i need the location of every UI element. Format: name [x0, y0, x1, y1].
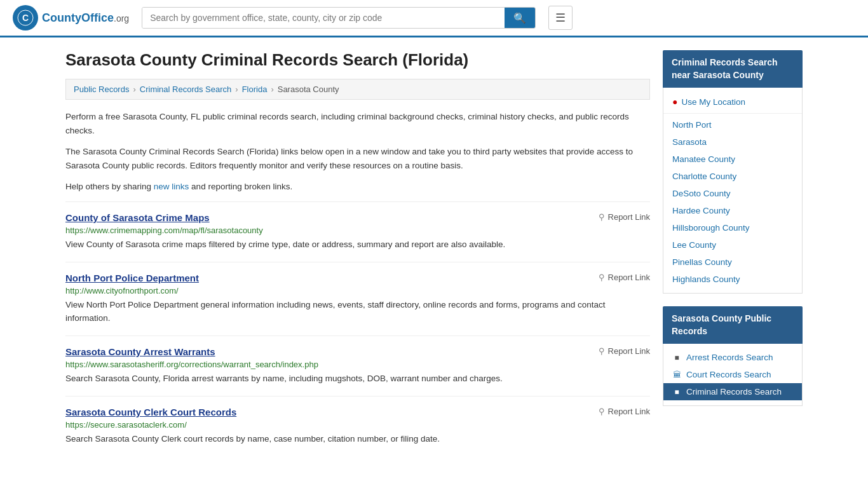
- sidebar-public-body: ■ Arrest Records Search 🏛 Court Records …: [663, 344, 803, 406]
- sidebar-item-court-records[interactable]: 🏛 Court Records Search: [663, 366, 802, 383]
- description-3-prefix: Help others by sharing: [65, 182, 154, 191]
- record-title-1[interactable]: North Port Police Department: [65, 273, 199, 283]
- sidebar-item-manatee-county[interactable]: Manatee County: [663, 151, 802, 168]
- report-link-label-0: Report Link: [608, 212, 650, 222]
- record-title-3[interactable]: Sarasota County Clerk Court Records: [65, 407, 236, 417]
- description-3: Help others by sharing new links and rep…: [65, 180, 650, 194]
- description-2: The Sarasota County Criminal Records Sea…: [65, 145, 650, 172]
- record-entry-2: Sarasota County Arrest Warrants ⚲ Report…: [65, 336, 650, 396]
- content-wrap: Sarasota County Criminal Records Search …: [53, 37, 815, 469]
- sidebar: Criminal Records Search near Sarasota Co…: [663, 50, 803, 456]
- logo[interactable]: C CountyOffice.org: [13, 5, 129, 30]
- record-entry-0: County of Sarasota Crime Maps ⚲ Report L…: [65, 201, 650, 262]
- svg-text:C: C: [22, 13, 29, 23]
- breadcrumb-sep-3: ›: [271, 85, 273, 94]
- breadcrumb-criminal-records-search[interactable]: Criminal Records Search: [140, 85, 232, 94]
- record-header-3: Sarasota County Clerk Court Records ⚲ Re…: [65, 407, 650, 417]
- main-content: Sarasota County Criminal Records Search …: [65, 50, 650, 456]
- sidebar-item-desoto-county[interactable]: DeSoto County: [663, 185, 802, 202]
- sidebar-item-hillsborough-county[interactable]: Hillsborough County: [663, 219, 802, 236]
- breadcrumb-public-records[interactable]: Public Records: [74, 85, 129, 94]
- record-entry-3: Sarasota County Clerk Court Records ⚲ Re…: [65, 396, 650, 456]
- breadcrumb-florida[interactable]: Florida: [242, 85, 268, 94]
- sidebar-public-header: Sarasota County Public Records: [663, 306, 803, 344]
- record-title-2[interactable]: Sarasota County Arrest Warrants: [65, 346, 215, 357]
- hamburger-menu-button[interactable]: ☰: [548, 6, 573, 30]
- report-link-label-3: Report Link: [608, 407, 650, 416]
- report-link-btn-0[interactable]: ⚲ Report Link: [599, 212, 650, 222]
- search-input[interactable]: [142, 8, 505, 28]
- record-url-0[interactable]: https://www.crimemapping.com/map/fl/sara…: [65, 226, 650, 235]
- court-records-label: Court Records Search: [686, 370, 771, 379]
- record-desc-2: Search Sarasota County, Florida arrest w…: [65, 372, 650, 386]
- report-link-btn-1[interactable]: ⚲ Report Link: [599, 273, 650, 282]
- sidebar-item-lee-county[interactable]: Lee County: [663, 236, 802, 254]
- sidebar-item-criminal-records[interactable]: ■ Criminal Records Search: [663, 383, 802, 400]
- breadcrumb-current: Sarasota County: [278, 85, 339, 94]
- header: C CountyOffice.org 🔍 ☰: [0, 0, 868, 37]
- record-header-2: Sarasota County Arrest Warrants ⚲ Report…: [65, 346, 650, 357]
- sidebar-public-section: Sarasota County Public Records ■ Arrest …: [663, 306, 803, 406]
- record-url-2[interactable]: https://www.sarasotasheriff.org/correcti…: [65, 360, 650, 369]
- record-url-3[interactable]: https://secure.sarasotaclerk.com/: [65, 420, 650, 430]
- location-pin-icon: ●: [672, 97, 677, 107]
- description-1: Perform a free Sarasota County, FL publi…: [65, 110, 650, 137]
- record-desc-3: Search Sarasota County Clerk court recor…: [65, 433, 650, 446]
- search-bar: 🔍: [142, 7, 536, 29]
- sidebar-item-north-port[interactable]: North Port: [663, 116, 802, 133]
- sidebar-use-location[interactable]: ● Use My Location: [663, 93, 802, 111]
- page-title: Sarasota County Criminal Records Search …: [65, 50, 650, 70]
- record-title-0[interactable]: County of Sarasota Crime Maps: [65, 212, 210, 223]
- hamburger-icon: ☰: [555, 11, 566, 24]
- sidebar-item-highlands-county[interactable]: Highlands County: [663, 271, 802, 288]
- unlink-icon-1: ⚲: [599, 273, 605, 282]
- search-icon: 🔍: [513, 13, 526, 24]
- sidebar-criminal-body: ● Use My Location North Port Sarasota Ma…: [663, 88, 803, 294]
- logo-text: CountyOffice.org: [42, 11, 129, 25]
- sidebar-item-arrest-records[interactable]: ■ Arrest Records Search: [663, 349, 802, 366]
- record-entry-1: North Port Police Department ⚲ Report Li…: [65, 262, 650, 336]
- unlink-icon-3: ⚲: [599, 407, 605, 416]
- new-links-link[interactable]: new links: [154, 182, 189, 191]
- sidebar-item-charlotte-county[interactable]: Charlotte County: [663, 168, 802, 185]
- report-link-label-1: Report Link: [608, 273, 650, 282]
- sidebar-item-pinellas-county[interactable]: Pinellas County: [663, 254, 802, 271]
- description-3-suffix: and reporting broken links.: [189, 182, 292, 191]
- court-records-icon: 🏛: [672, 370, 681, 379]
- criminal-records-label: Criminal Records Search: [686, 387, 782, 396]
- sidebar-criminal-section: Criminal Records Search near Sarasota Co…: [663, 50, 803, 294]
- record-url-1[interactable]: http://www.cityofnorthport.com/: [65, 286, 650, 295]
- sidebar-item-sarasota[interactable]: Sarasota: [663, 133, 802, 151]
- arrest-records-label: Arrest Records Search: [686, 353, 773, 362]
- record-header-1: North Port Police Department ⚲ Report Li…: [65, 273, 650, 283]
- record-header-0: County of Sarasota Crime Maps ⚲ Report L…: [65, 212, 650, 223]
- use-location-label: Use My Location: [681, 97, 745, 107]
- unlink-icon-2: ⚲: [599, 346, 605, 356]
- breadcrumb-sep-2: ›: [235, 85, 238, 94]
- sidebar-item-hardee-county[interactable]: Hardee County: [663, 202, 802, 219]
- search-button[interactable]: 🔍: [505, 8, 535, 28]
- record-desc-0: View County of Sarasota crime maps filte…: [65, 238, 650, 252]
- record-desc-1: View North Port Police Department genera…: [65, 299, 650, 325]
- sidebar-criminal-header: Criminal Records Search near Sarasota Co…: [663, 50, 803, 88]
- breadcrumb-sep-1: ›: [133, 85, 135, 94]
- breadcrumb: Public Records › Criminal Records Search…: [65, 79, 650, 100]
- report-link-btn-3[interactable]: ⚲ Report Link: [599, 407, 650, 416]
- logo-icon: C: [13, 5, 38, 30]
- report-link-btn-2[interactable]: ⚲ Report Link: [599, 346, 650, 356]
- unlink-icon-0: ⚲: [599, 212, 605, 222]
- sidebar-divider-0: [663, 113, 802, 114]
- report-link-label-2: Report Link: [608, 346, 650, 356]
- arrest-records-icon: ■: [672, 353, 681, 362]
- criminal-records-icon: ■: [672, 388, 681, 396]
- records-list: County of Sarasota Crime Maps ⚲ Report L…: [65, 201, 650, 456]
